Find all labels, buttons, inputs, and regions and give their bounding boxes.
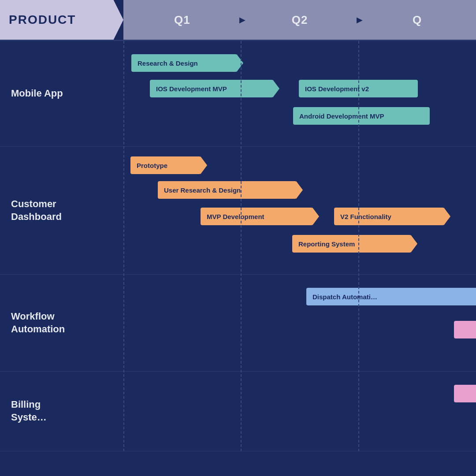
billing-bars xyxy=(123,372,476,451)
mvp-development-label: MVP Development xyxy=(207,213,264,220)
ios-dev-v2-label: IOS Development v2 xyxy=(305,85,369,93)
customer-dashboard-bars: Prototype User Research & Design MVP Dev… xyxy=(123,147,476,274)
v2-functionality-label: V2 Functionality xyxy=(340,213,391,220)
workflow-automation-row: WorkflowAutomation Dispatch Automati… xyxy=(0,275,476,372)
billing-label: BillingSyste… xyxy=(11,398,47,424)
billing-row: BillingSyste… xyxy=(0,372,476,451)
customer-dashboard-row: CustomerDashboard Prototype User Researc… xyxy=(0,147,476,275)
workflow-automation-label: WorkflowAutomation xyxy=(11,310,65,335)
workflow-automation-label-cell: WorkflowAutomation xyxy=(0,275,123,371)
reporting-system-label: Reporting System xyxy=(298,240,355,248)
billing-label-cell: BillingSyste… xyxy=(0,372,123,451)
content-area: Mobile App Research & Design IOS Develop… xyxy=(0,41,476,451)
product-label: PRODUCT xyxy=(9,13,76,27)
research-design-label: Research & Design xyxy=(138,60,198,67)
header-q2: Q2 xyxy=(241,0,359,40)
q1-label: Q1 xyxy=(174,13,190,27)
gantt-chart: PRODUCT Q1 Q2 Q Mobile App xyxy=(0,0,476,476)
ios-dev-v2-bar: IOS Development v2 xyxy=(299,80,418,97)
research-design-bar: Research & Design xyxy=(131,54,237,72)
mobile-app-bars: Research & Design IOS Development MVP IO… xyxy=(123,41,476,146)
user-research-design-bar: User Research & Design xyxy=(158,181,297,199)
prototype-label: Prototype xyxy=(137,162,167,169)
q3-label: Q xyxy=(413,13,422,27)
q2-label: Q2 xyxy=(292,13,308,27)
mvp-development-bar: MVP Development xyxy=(201,208,313,225)
prototype-bar: Prototype xyxy=(130,156,201,174)
v2-functionality-bar: V2 Functionality xyxy=(334,208,444,225)
mobile-app-label-cell: Mobile App xyxy=(0,41,123,146)
billing-pink-bar xyxy=(454,385,476,402)
mobile-app-row: Mobile App Research & Design IOS Develop… xyxy=(0,41,476,147)
ios-dev-mvp-bar: IOS Development MVP xyxy=(150,80,273,97)
workflow-automation-bars: Dispatch Automati… xyxy=(123,275,476,371)
ios-dev-mvp-label: IOS Development MVP xyxy=(156,85,227,93)
header-q1: Q1 xyxy=(123,0,241,40)
header-row: PRODUCT Q1 Q2 Q xyxy=(0,0,476,40)
customer-dashboard-label-cell: CustomerDashboard xyxy=(0,147,123,274)
header-quarters: Q1 Q2 Q xyxy=(123,0,476,40)
mobile-app-label: Mobile App xyxy=(11,87,63,100)
android-dev-mvp-label: Android Development MVP xyxy=(299,112,384,120)
android-dev-mvp-bar: Android Development MVP xyxy=(293,107,430,125)
reporting-system-bar: Reporting System xyxy=(292,235,411,253)
customer-dashboard-label: CustomerDashboard xyxy=(11,198,62,223)
header-q3: Q xyxy=(358,0,476,40)
dispatch-automation-bar: Dispatch Automati… xyxy=(306,288,476,305)
user-research-design-label: User Research & Design xyxy=(164,186,241,194)
header-product-cell: PRODUCT xyxy=(0,0,123,40)
workflow-pink-bar xyxy=(454,321,476,338)
dispatch-automation-label: Dispatch Automati… xyxy=(312,293,377,301)
